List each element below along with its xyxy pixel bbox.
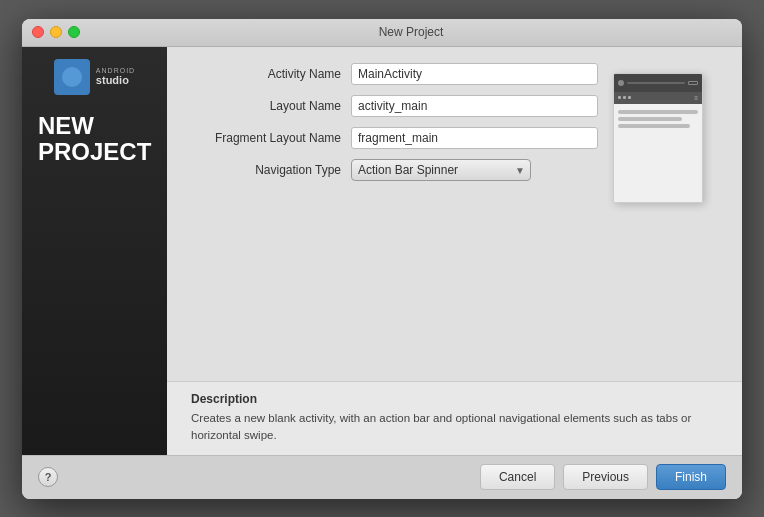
activity-name-input[interactable]	[351, 63, 598, 85]
project-label: NEW PROJECT	[30, 113, 151, 166]
navigation-type-label: Navigation Type	[191, 163, 351, 177]
activity-name-label: Activity Name	[191, 67, 351, 81]
form-area: Activity Name Layout Name Fragment Layou…	[167, 47, 742, 382]
preview-panel: ≡	[598, 63, 718, 203]
finish-button[interactable]: Finish	[656, 464, 726, 490]
layout-name-label: Layout Name	[191, 99, 351, 113]
form-content-wrapper: Activity Name Layout Name Fragment Layou…	[191, 63, 718, 203]
close-button[interactable]	[32, 26, 44, 38]
navigation-type-wrapper: None Action Bar Tabs Action Bar Spinner …	[351, 159, 531, 181]
phone-body	[614, 104, 702, 202]
status-dot	[618, 80, 624, 86]
logo-text: ANDROID studio	[96, 67, 135, 86]
description-area: Description Creates a new blank activity…	[167, 381, 742, 455]
description-title: Description	[191, 392, 718, 406]
battery-icon	[688, 81, 698, 85]
layout-name-input[interactable]	[351, 95, 598, 117]
help-button[interactable]: ?	[38, 467, 58, 487]
studio-label: studio	[96, 74, 135, 86]
layout-name-row: Layout Name	[191, 95, 598, 117]
description-text: Creates a new blank activity, with an ac…	[191, 410, 718, 445]
phone-nav-bar: ≡	[614, 92, 702, 104]
nav-dot-2	[623, 96, 626, 99]
navigation-type-row: Navigation Type None Action Bar Tabs Act…	[191, 159, 598, 181]
fragment-layout-row: Fragment Layout Name	[191, 127, 598, 149]
android-label: ANDROID	[96, 67, 135, 74]
form-fields: Activity Name Layout Name Fragment Layou…	[191, 63, 598, 203]
phone-preview: ≡	[613, 73, 703, 203]
main-area: Activity Name Layout Name Fragment Layou…	[167, 47, 742, 455]
minimize-button[interactable]	[50, 26, 62, 38]
android-logo-icon	[54, 59, 90, 95]
main-window: New Project ANDROID studio NEW PROJECT	[22, 19, 742, 499]
nav-dots	[618, 96, 631, 99]
fragment-layout-label: Fragment Layout Name	[191, 131, 351, 145]
content-line-3	[618, 124, 690, 128]
cancel-button[interactable]: Cancel	[480, 464, 555, 490]
bottom-bar: ? Cancel Previous Finish	[22, 455, 742, 499]
content-lines	[614, 104, 702, 134]
logo-area: ANDROID studio	[54, 59, 135, 95]
maximize-button[interactable]	[68, 26, 80, 38]
activity-name-row: Activity Name	[191, 63, 598, 85]
status-bar-line	[627, 82, 685, 84]
title-bar: New Project	[22, 19, 742, 47]
content-line-1	[618, 110, 698, 114]
window-title: New Project	[90, 25, 732, 39]
nav-dot-1	[618, 96, 621, 99]
navigation-type-select[interactable]: None Action Bar Tabs Action Bar Spinner …	[351, 159, 531, 181]
nav-dot-3	[628, 96, 631, 99]
fragment-layout-input[interactable]	[351, 127, 598, 149]
sidebar: ANDROID studio NEW PROJECT	[22, 47, 167, 455]
bottom-right: Cancel Previous Finish	[480, 464, 726, 490]
content-area: ANDROID studio NEW PROJECT Activity Name	[22, 47, 742, 455]
content-line-2	[618, 117, 682, 121]
previous-button[interactable]: Previous	[563, 464, 648, 490]
traffic-lights	[32, 26, 80, 38]
phone-status-bar	[614, 74, 702, 92]
nav-menu-icon: ≡	[694, 95, 698, 101]
bottom-left: ?	[38, 467, 58, 487]
